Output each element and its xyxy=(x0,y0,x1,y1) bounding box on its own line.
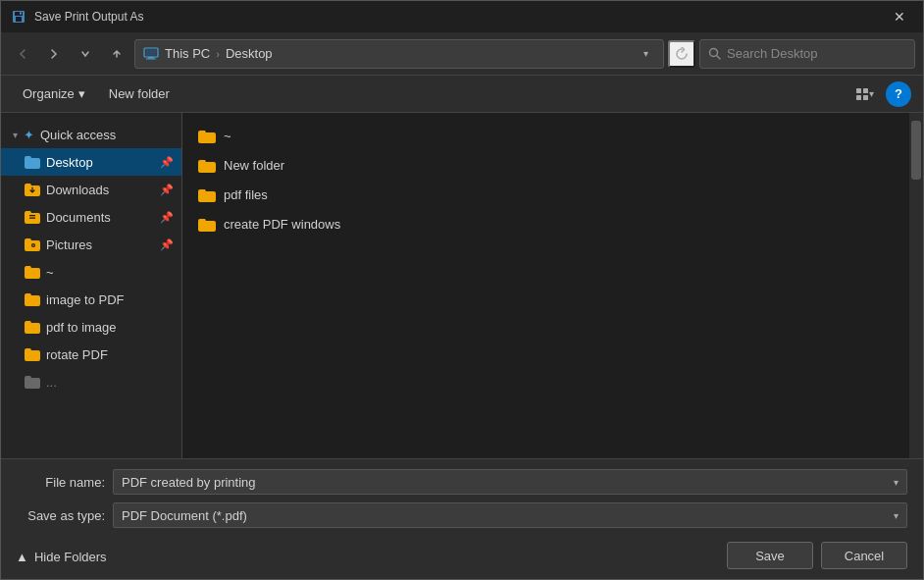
search-bar[interactable] xyxy=(699,39,915,69)
file-name-dropdown-arrow: ▾ xyxy=(894,477,898,488)
folder-pictures-icon xyxy=(25,237,40,251)
view-options-button[interactable]: ▾ xyxy=(847,81,882,107)
save-print-icon xyxy=(11,9,26,25)
search-input[interactable] xyxy=(727,46,906,61)
title-bar: Save Print Output As ✕ xyxy=(1,1,923,32)
new-folder-button[interactable]: New folder xyxy=(99,81,180,107)
dialog-window: Save Print Output As ✕ xyxy=(0,0,924,580)
folder-icon-create-pdf xyxy=(198,217,216,232)
help-button[interactable]: ? xyxy=(886,81,911,107)
organize-button[interactable]: Organize ▾ xyxy=(13,81,95,107)
list-item[interactable]: ~ xyxy=(182,121,909,150)
svg-rect-6 xyxy=(148,57,154,59)
title-bar-left: Save Print Output As xyxy=(11,9,143,25)
folder-documents-icon xyxy=(25,210,40,224)
scrollbar-track[interactable] xyxy=(909,113,923,458)
svg-point-17 xyxy=(32,244,34,246)
sidebar-item-desktop[interactable]: Desktop 📌 xyxy=(1,148,181,176)
folder-tilde-icon xyxy=(25,265,40,279)
address-dropdown-button[interactable]: ▾ xyxy=(636,40,655,68)
pin-icon-pictures: 📌 xyxy=(160,238,174,251)
folder-downloads-icon xyxy=(25,183,40,196)
svg-rect-12 xyxy=(856,95,861,100)
svg-rect-1 xyxy=(16,17,22,22)
search-icon xyxy=(708,47,721,60)
svg-rect-11 xyxy=(863,88,868,93)
svg-rect-7 xyxy=(146,58,156,59)
save-type-row: Save as type: PDF Document (*.pdf) ▾ xyxy=(17,502,907,528)
bottom-panel: File name: PDF created by printing ▾ Sav… xyxy=(1,458,923,579)
file-name-label: File name: xyxy=(17,475,105,490)
close-button[interactable]: ✕ xyxy=(886,3,913,30)
view-arrow: ▾ xyxy=(869,88,874,99)
breadcrumb-this-pc: This PC xyxy=(165,46,210,61)
folder-icon-pdf-files xyxy=(198,187,216,202)
refresh-button[interactable] xyxy=(668,40,695,68)
svg-rect-5 xyxy=(146,49,156,55)
sidebar-item-rotate-pdf[interactable]: rotate PDF xyxy=(1,341,181,368)
save-type-dropdown-arrow: ▾ xyxy=(894,510,898,521)
pin-icon-documents: 📌 xyxy=(160,211,174,224)
sidebar-item-tilde[interactable]: ~ xyxy=(1,258,181,286)
file-name-input[interactable]: PDF created by printing ▾ xyxy=(113,469,907,495)
file-area: ~ New folder pdf files xyxy=(182,113,923,458)
save-button[interactable]: Save xyxy=(727,542,813,569)
file-name-row: File name: PDF created by printing ▾ xyxy=(17,469,907,495)
svg-rect-10 xyxy=(856,88,861,93)
hide-icon: ▲ xyxy=(16,550,28,564)
folder-pdf-image-icon xyxy=(25,320,40,334)
dialog-title: Save Print Output As xyxy=(34,10,143,24)
this-pc-icon xyxy=(143,46,159,62)
svg-rect-13 xyxy=(863,95,868,100)
view-grid-icon xyxy=(855,87,869,101)
folder-icon-new xyxy=(198,158,216,173)
list-item[interactable]: pdf files xyxy=(182,180,909,209)
navigation-bar: This PC › Desktop ▾ xyxy=(1,32,923,76)
svg-rect-14 xyxy=(29,215,35,216)
pin-icon-downloads: 📌 xyxy=(160,184,174,196)
sidebar-item-documents[interactable]: Documents 📌 xyxy=(1,203,181,231)
star-icon: ✦ xyxy=(24,128,34,142)
file-list: ~ New folder pdf files xyxy=(182,113,909,458)
sidebar-item-pictures[interactable]: Pictures 📌 xyxy=(1,231,181,258)
folder-image-pdf-icon xyxy=(25,292,40,306)
sidebar-item-pdf-to-image[interactable]: pdf to image xyxy=(1,313,181,341)
quick-access-section[interactable]: ▾ ✦ Quick access xyxy=(1,121,181,148)
address-bar[interactable]: This PC › Desktop ▾ xyxy=(134,39,664,69)
back-button[interactable] xyxy=(9,40,36,68)
sidebar: ▾ ✦ Quick access Desktop 📌 D xyxy=(1,113,182,458)
recent-locations-button[interactable] xyxy=(72,40,99,68)
list-item[interactable]: New folder xyxy=(182,150,909,180)
forward-button[interactable] xyxy=(40,40,68,68)
svg-line-9 xyxy=(717,56,721,60)
cancel-button[interactable]: Cancel xyxy=(821,542,907,569)
folder-more-icon xyxy=(25,375,40,389)
svg-rect-3 xyxy=(20,13,22,15)
breadcrumb-desktop: Desktop xyxy=(226,46,273,61)
sidebar-item-image-to-pdf[interactable]: image to PDF xyxy=(1,286,181,313)
up-button[interactable] xyxy=(103,40,130,68)
folder-icon-tilde xyxy=(198,129,216,143)
save-type-label: Save as type: xyxy=(17,508,105,523)
scrollbar-thumb[interactable] xyxy=(911,121,921,180)
list-item[interactable]: create PDF windows xyxy=(182,209,909,238)
main-content: ▾ ✦ Quick access Desktop 📌 D xyxy=(1,113,923,458)
form-actions: ▲ Hide Folders Save Cancel xyxy=(17,542,907,569)
breadcrumb-separator-1: › xyxy=(216,48,220,60)
hide-folders-toggle[interactable]: ▲ Hide Folders xyxy=(8,546,115,568)
pin-icon-desktop: 📌 xyxy=(160,156,174,169)
folder-desktop-icon xyxy=(25,155,40,169)
folder-rotate-pdf-icon xyxy=(25,347,40,361)
toolbar: Organize ▾ New folder ▾ ? xyxy=(1,76,923,113)
expand-icon: ▾ xyxy=(13,130,18,140)
sidebar-item-downloads[interactable]: Downloads 📌 xyxy=(1,176,181,203)
sidebar-item-more[interactable]: ... xyxy=(1,368,181,395)
save-type-select[interactable]: PDF Document (*.pdf) ▾ xyxy=(113,502,907,528)
svg-rect-15 xyxy=(29,218,35,219)
